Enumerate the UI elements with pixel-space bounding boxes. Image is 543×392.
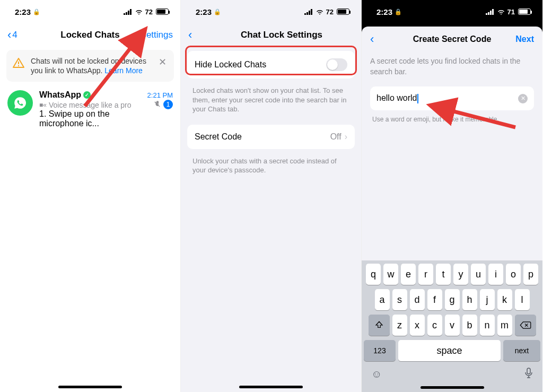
key-r[interactable]: r (418, 264, 433, 285)
screen-create-secret-code: 2:23 🔒 71 ‹ Create Secret Code (362, 0, 542, 392)
secret-code-group: Secret Code Off › (187, 125, 355, 149)
close-banner-button[interactable]: ✕ (156, 56, 169, 68)
sheet-description: A secret code lets you find locked chats… (370, 56, 534, 77)
key-u[interactable]: u (471, 264, 486, 285)
battery-icon (156, 8, 169, 15)
key-h[interactable]: h (462, 289, 477, 310)
back-button[interactable]: ‹ (188, 28, 225, 42)
chat-subtitle-text: Voice message like a pro (49, 101, 132, 109)
hide-locked-label: Hide Locked Chats (195, 60, 266, 69)
home-indicator (58, 386, 122, 388)
battery-icon (518, 8, 531, 15)
key-q[interactable]: q (366, 264, 381, 285)
key-y[interactable]: y (453, 264, 468, 285)
key-a[interactable]: a (375, 289, 390, 310)
space-key[interactable]: space (398, 340, 501, 361)
shift-key[interactable] (369, 315, 390, 336)
key-d[interactable]: d (410, 289, 425, 310)
verified-badge-icon: ✓ (83, 91, 91, 99)
back-button[interactable]: ‹ 4 (7, 28, 45, 42)
svg-rect-3 (130, 9, 132, 15)
svg-rect-16 (527, 368, 530, 374)
hide-locked-group: Hide Locked Chats (187, 51, 355, 79)
key-x[interactable]: x (410, 315, 425, 336)
battery-percent: 72 (326, 8, 334, 16)
key-v[interactable]: v (445, 315, 460, 336)
sheet: ‹ Create Secret Code Next A secret code … (362, 27, 542, 392)
key-w[interactable]: w (383, 264, 398, 285)
key-n[interactable]: n (480, 315, 495, 336)
hide-locked-description: Locked chats won't show on your chat lis… (181, 83, 361, 120)
screen-locked-chats: 2:23 🔒 72 ‹ 4 Locked Chats Settin (0, 0, 181, 392)
signal-icon (304, 7, 313, 16)
toggle-knob (327, 59, 338, 70)
status-time: 2:23 (376, 7, 392, 16)
key-t[interactable]: t (436, 264, 451, 285)
battery-percent: 71 (507, 8, 515, 16)
nav-bar: ‹ 4 Locked Chats Settings (0, 23, 180, 47)
settings-button[interactable]: Settings (136, 30, 173, 40)
key-m[interactable]: m (497, 315, 512, 336)
svg-rect-5 (18, 65, 19, 66)
chevron-left-icon: ‹ (7, 28, 11, 42)
emoji-key[interactable]: ☺ (371, 368, 382, 380)
dictation-key[interactable] (524, 368, 533, 381)
status-bar: 2:23 🔒 72 (0, 0, 180, 23)
key-e[interactable]: e (401, 264, 416, 285)
next-label: Next (515, 34, 534, 43)
lock-icon: 🔒 (395, 8, 402, 15)
back-count: 4 (12, 30, 17, 40)
nav-title: Locked Chats (45, 30, 136, 40)
secret-code-row[interactable]: Secret Code Off › (187, 125, 355, 149)
hide-locked-toggle[interactable] (326, 58, 347, 71)
chevron-right-icon: › (345, 132, 347, 142)
key-b[interactable]: b (462, 315, 477, 336)
key-p[interactable]: p (523, 264, 538, 285)
numbers-key[interactable]: 123 (364, 340, 396, 361)
key-f[interactable]: f (427, 289, 442, 310)
key-k[interactable]: k (497, 289, 512, 310)
key-g[interactable]: g (445, 289, 460, 310)
svg-rect-11 (486, 13, 487, 15)
chat-time: 2:21 PM (147, 91, 173, 99)
chat-subtitle: ■« Voice message like a pro (39, 101, 154, 109)
status-time: 2:23 (196, 7, 212, 16)
next-button[interactable]: Next (513, 34, 534, 44)
backspace-key[interactable] (515, 315, 536, 336)
wifi-icon (316, 7, 324, 16)
battery-icon (337, 8, 349, 15)
next-key[interactable]: next (503, 340, 540, 361)
back-button[interactable]: ‹ (370, 32, 391, 46)
unread-badge: 1 (163, 100, 173, 109)
svg-rect-12 (488, 12, 489, 15)
svg-rect-13 (490, 11, 492, 15)
info-banner: Chats will not be locked on devices you … (6, 50, 174, 82)
hide-locked-chats-row[interactable]: Hide Locked Chats (187, 51, 355, 79)
key-l[interactable]: l (515, 289, 530, 310)
ios-keyboard[interactable]: qwertyuiop asdfghjkl zxcvbnm 123 space n… (362, 260, 542, 392)
key-s[interactable]: s (392, 289, 407, 310)
secret-code-description: Unlock your chats with a secret code ins… (181, 153, 361, 181)
whatsapp-avatar (7, 90, 33, 116)
key-z[interactable]: z (392, 315, 407, 336)
svg-rect-4 (18, 62, 19, 64)
secret-code-input[interactable]: hello world ✕ (370, 86, 534, 110)
svg-rect-7 (304, 13, 306, 15)
key-c[interactable]: c (427, 315, 442, 336)
clear-input-button[interactable]: ✕ (518, 94, 528, 103)
svg-rect-8 (306, 12, 308, 15)
status-time: 2:23 (15, 7, 31, 16)
key-o[interactable]: o (506, 264, 521, 285)
learn-more-link[interactable]: Learn More (104, 66, 143, 75)
screen-chat-lock-settings: 2:23 🔒 72 ‹ Chat Lock Settings (181, 0, 362, 392)
chevron-left-icon: ‹ (188, 28, 192, 42)
chat-row[interactable]: WhatsApp ✓ 2:21 PM ■« Voice message like… (0, 85, 180, 134)
chat-name: WhatsApp ✓ (39, 90, 91, 100)
key-i[interactable]: i (488, 264, 503, 285)
warning-icon (12, 56, 25, 70)
wifi-icon (135, 7, 143, 16)
input-hint: Use a word or emoji, but make it memorab… (370, 116, 534, 123)
sheet-title: Create Secret Code (391, 34, 513, 44)
status-bar: 2:23 🔒 71 (362, 0, 542, 23)
key-j[interactable]: j (480, 289, 495, 310)
